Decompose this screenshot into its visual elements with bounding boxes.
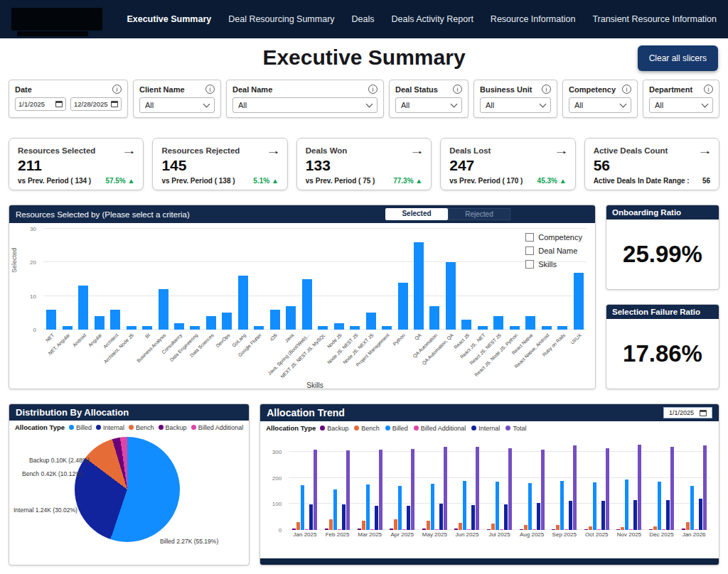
nav-tab-deal-resourcing-summary[interactable]: Deal Resourcing Summary <box>228 14 334 24</box>
trend-month-group[interactable] <box>613 439 646 530</box>
legend-item-billed[interactable]: Billed <box>69 424 92 431</box>
legend-item-billed-additional[interactable]: Billed Additional <box>414 425 466 432</box>
trend-bar-bench <box>394 519 397 530</box>
skills-bar[interactable] <box>155 229 171 330</box>
trend-date-slicer[interactable]: 1/1/2025 <box>663 407 712 418</box>
skills-bar[interactable] <box>427 229 442 330</box>
legend-item-backup[interactable]: Backup <box>320 425 348 432</box>
trend-month-group[interactable] <box>289 439 321 530</box>
trend-month-group[interactable] <box>419 439 451 530</box>
skills-bar[interactable] <box>299 229 315 330</box>
legend-label: Internal <box>103 424 124 431</box>
ratio-title: Selection Failure Ratio <box>606 305 719 319</box>
trend-bar-billed-additional <box>629 529 633 530</box>
skills-bar[interactable] <box>475 229 491 330</box>
trend-month-group[interactable] <box>646 439 678 530</box>
trend-month-group[interactable] <box>581 439 614 530</box>
clear-all-slicers-button[interactable]: Clear all slicers <box>638 45 718 71</box>
trend-month-group[interactable] <box>483 439 516 530</box>
skills-bar[interactable] <box>363 229 378 330</box>
skills-bar[interactable] <box>75 229 91 330</box>
nav-tab-executive-summary[interactable]: Executive Summary <box>127 14 211 24</box>
info-icon[interactable]: i <box>704 85 713 94</box>
toggle-rejected[interactable]: Rejected <box>448 208 510 220</box>
skills-bar[interactable] <box>171 229 187 330</box>
checkbox-deal-name[interactable]: Deal Name <box>525 247 582 255</box>
skills-bar[interactable] <box>347 229 363 330</box>
skills-bar[interactable] <box>411 229 427 330</box>
info-icon[interactable]: i <box>453 85 462 94</box>
trend-month-group[interactable] <box>548 439 581 530</box>
kpi-active-deals-count: Active Deals Count → 56 Active Deals In … <box>584 138 719 190</box>
checkbox-skills[interactable]: Skills <box>525 260 582 269</box>
legend-item-billed[interactable]: Billed <box>385 425 408 432</box>
legend-item-total[interactable]: Total <box>505 425 526 432</box>
skills-bar[interactable] <box>139 229 155 330</box>
legend-item-bench[interactable]: Bench <box>129 424 154 431</box>
x-tick-label: Architect, Node JS <box>103 332 135 364</box>
skills-bar[interactable] <box>283 229 299 330</box>
trend-month-group[interactable] <box>515 439 548 530</box>
drillthrough-arrow-icon[interactable]: → <box>410 144 424 156</box>
trend-month-group[interactable] <box>386 439 419 530</box>
skills-bar[interactable] <box>315 229 331 330</box>
skills-bar[interactable] <box>443 229 459 330</box>
date-end-input[interactable]: 12/28/2025 <box>70 97 122 111</box>
deal-name-dropdown[interactable]: All <box>232 97 378 113</box>
drillthrough-arrow-icon[interactable]: → <box>554 144 569 156</box>
skills-bar[interactable] <box>507 229 523 330</box>
skills-bar[interactable] <box>331 229 346 330</box>
onboarding-ratio-card: Onboarding Ratio 25.99% <box>606 205 719 290</box>
skills-bar[interactable] <box>459 229 474 330</box>
info-icon[interactable]: i <box>112 85 122 94</box>
trend-month-group[interactable] <box>678 439 710 530</box>
drillthrough-arrow-icon[interactable]: → <box>266 144 281 156</box>
skills-bar[interactable] <box>107 229 123 330</box>
date-start-input[interactable]: 1/1/2025 <box>15 97 66 111</box>
trend-month-group[interactable] <box>451 439 483 530</box>
info-icon[interactable]: i <box>542 85 551 94</box>
skills-bar[interactable] <box>251 229 267 330</box>
competency-dropdown[interactable]: All <box>569 97 631 113</box>
nav-tab-transient-resource-information[interactable]: Transient Resource Information <box>592 14 717 24</box>
skills-bar[interactable] <box>219 229 235 330</box>
legend-item-internal[interactable]: Internal <box>96 424 124 431</box>
info-icon[interactable]: i <box>368 85 378 94</box>
nav-tab-deals-activity-report[interactable]: Deals Activity Report <box>392 14 473 24</box>
skills-bar[interactable] <box>267 229 283 330</box>
drillthrough-arrow-icon[interactable]: → <box>122 144 136 156</box>
checkbox-competency[interactable]: Competency <box>525 233 582 242</box>
skills-bar[interactable] <box>187 229 203 330</box>
trend-bar-billed <box>463 481 466 530</box>
skills-bar[interactable] <box>491 229 506 330</box>
skills-bar[interactable] <box>59 229 75 330</box>
nav-tab-resource-information[interactable]: Resource Information <box>491 14 576 24</box>
info-icon[interactable]: i <box>622 85 631 94</box>
legend-item-internal[interactable]: Internal <box>471 425 500 432</box>
skills-bar[interactable] <box>123 229 139 330</box>
deal-status-dropdown[interactable]: All <box>395 97 462 113</box>
trend-month-group[interactable] <box>321 439 354 530</box>
trend-month-group[interactable] <box>353 439 386 530</box>
skills-bar[interactable] <box>91 229 107 330</box>
legend-item-bench[interactable]: Bench <box>354 425 380 432</box>
x-tick-label: Apr 2025 <box>386 531 419 538</box>
skills-bar[interactable] <box>235 229 251 330</box>
skills-bar[interactable] <box>379 229 395 330</box>
business-unit-dropdown[interactable]: All <box>480 97 551 113</box>
trend-scrollbar[interactable] <box>260 558 719 565</box>
skills-bar[interactable] <box>203 229 219 330</box>
skills-bar[interactable] <box>43 229 59 330</box>
legend-item-backup[interactable]: Backup <box>159 424 187 431</box>
toggle-selected[interactable]: Selected <box>385 208 448 220</box>
drillthrough-arrow-icon[interactable]: → <box>697 144 712 156</box>
info-icon[interactable]: i <box>205 85 215 94</box>
x-tick-label: Business Analysis <box>136 332 166 363</box>
skills-bar[interactable] <box>395 229 410 330</box>
allocation-pie-chart[interactable] <box>75 437 180 542</box>
nav-tab-deals[interactable]: Deals <box>352 14 375 24</box>
legend-item-billed-additional[interactable]: Billed Additional <box>191 424 244 431</box>
client-name-dropdown[interactable]: All <box>139 97 215 113</box>
trend-bar-internal <box>342 504 346 530</box>
department-dropdown[interactable]: All <box>649 97 713 113</box>
